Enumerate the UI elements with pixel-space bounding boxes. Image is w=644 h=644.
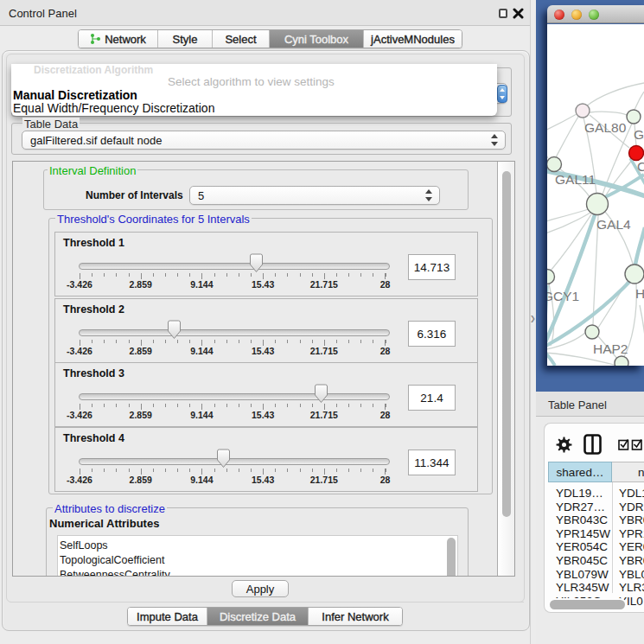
svg-text:GAL80: GAL80 bbox=[584, 120, 627, 135]
svg-text:HAP2: HAP2 bbox=[593, 341, 628, 356]
svg-text:GAL4: GAL4 bbox=[596, 217, 631, 232]
svg-text:CY: CY bbox=[637, 159, 644, 174]
svg-text:GAL11: GAL11 bbox=[555, 172, 596, 187]
svg-text:H: H bbox=[635, 286, 644, 301]
svg-text:GCY1: GCY1 bbox=[547, 289, 579, 303]
svg-text:GA: GA bbox=[634, 127, 644, 142]
